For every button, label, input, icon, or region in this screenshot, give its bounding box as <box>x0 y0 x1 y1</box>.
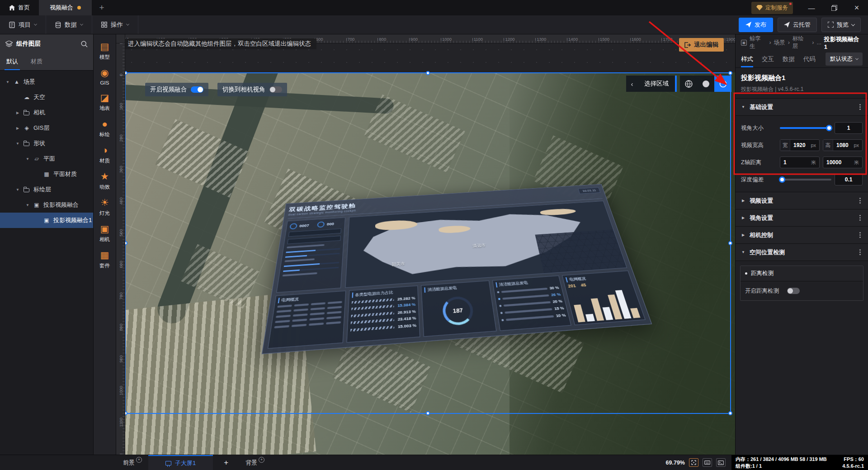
background-tab[interactable]: 背景 + <box>239 455 271 470</box>
console-button[interactable] <box>716 458 726 467</box>
tree-item-plot-layer[interactable]: ▼ 标绘层 <box>0 182 93 197</box>
collapse-arrow-icon[interactable]: ▼ <box>5 80 10 84</box>
tree-item-projection-1-selected[interactable]: ▣ 投影视频融合1 <box>0 213 93 228</box>
tree-item-plane[interactable]: ▼ ▱ 平面 <box>0 151 93 166</box>
tree-item-sky[interactable]: ☁ 天空 <box>0 90 93 105</box>
menu-operate[interactable]: 操作 <box>92 15 138 34</box>
scene-render[interactable]: 双碳战略监控驾驶舱 dual carbon strategic monitori… <box>125 72 735 455</box>
collapse-left-icon[interactable]: ‹ <box>626 80 638 88</box>
expand-arrow-icon[interactable]: ▶ <box>741 199 745 203</box>
layer-panel-title: 组件图层 <box>16 40 77 48</box>
foreground-tab[interactable]: 前景 + <box>117 455 148 470</box>
breadcrumb: ▣ 鲸孪生› 场景› 标绘层› ... 投影视频融合1 <box>736 34 868 51</box>
asset-gis[interactable]: ◉GIS <box>94 67 116 85</box>
tab-data[interactable]: 数据 <box>783 51 795 67</box>
fov-slider[interactable] <box>780 127 831 129</box>
collapse-arrow-icon[interactable]: ▼ <box>25 203 30 207</box>
sphere-tool-button[interactable] <box>697 76 714 92</box>
asset-terrain[interactable]: ◪地表 <box>94 92 116 112</box>
kebab-menu-icon[interactable] <box>859 234 861 236</box>
zoom-tool-button[interactable] <box>714 76 731 92</box>
tree-item-scene[interactable]: ▼ ▲ 场景 <box>0 74 93 90</box>
cloud-host-button[interactable]: 云托管 <box>778 18 817 32</box>
minimize-button[interactable]: — <box>800 0 823 15</box>
section-video-settings[interactable]: ▶ 视频设置 <box>736 192 868 209</box>
projection-icon: ▣ <box>43 217 50 223</box>
kebab-menu-icon[interactable] <box>859 106 861 108</box>
width-input[interactable]: 宽 1920 px <box>780 139 820 151</box>
camera-view-toggle[interactable]: 切换到相机视角 <box>217 83 287 96</box>
add-background-icon[interactable]: + <box>259 457 264 463</box>
zoom-level[interactable]: 69.79% <box>666 460 685 466</box>
tree-item-projection-group[interactable]: ▼ ▣ 投影视频融合 <box>0 197 93 213</box>
tree-item-gis-layer[interactable]: ▶ ◈ GIS层 <box>0 120 93 136</box>
fit-view-button[interactable] <box>689 458 698 467</box>
expand-arrow-icon[interactable]: ▶ <box>741 233 745 237</box>
menu-project-label: 项目 <box>19 21 31 29</box>
tree-item-camera[interactable]: ▶ 相机 <box>0 105 93 120</box>
section-basic-settings[interactable]: ▼ 基础设置 <box>736 99 868 116</box>
editor-canvas[interactable]: 0100200300400500600700800900100011001200… <box>116 34 735 455</box>
search-icon[interactable] <box>81 41 88 47</box>
viewport[interactable]: 双碳战略监控驾驶舱 dual carbon strategic monitori… <box>125 43 735 455</box>
close-button[interactable]: × <box>845 0 868 15</box>
menu-project[interactable]: 项目 <box>0 15 46 34</box>
asset-model[interactable]: ▤模型 <box>94 41 116 61</box>
sub-screen-tab-active[interactable]: 子大屏1 <box>148 455 213 470</box>
section-space-detection[interactable]: ▼ 空间位置检测 <box>736 244 868 261</box>
tab-interaction[interactable]: 交互 <box>762 51 774 67</box>
new-tab-button[interactable]: + <box>92 0 112 15</box>
z-near-input[interactable]: 1 米 <box>780 157 820 168</box>
distance-detection-toggle[interactable] <box>787 288 800 294</box>
kebab-menu-icon[interactable] <box>859 217 861 218</box>
preview-label: 预览 <box>837 21 849 29</box>
state-dropdown[interactable]: 默认状态 <box>826 52 863 66</box>
shortcut-keys-button[interactable] <box>703 458 712 467</box>
tab-code[interactable]: 代码 <box>803 51 816 67</box>
add-screen-button[interactable]: + <box>213 455 239 470</box>
collapse-arrow-icon[interactable]: ▼ <box>25 157 30 161</box>
toggle-off[interactable] <box>269 86 282 93</box>
expand-arrow-icon[interactable]: ▶ <box>15 126 20 130</box>
tab-style[interactable]: 样式 <box>741 51 753 67</box>
collapse-arrow-icon[interactable]: ▼ <box>15 142 20 146</box>
kebab-menu-icon[interactable] <box>859 200 861 201</box>
select-area-button[interactable]: 选择区域 <box>638 80 675 88</box>
collapse-arrow-icon[interactable]: ▼ <box>741 250 745 254</box>
exit-edit-button[interactable]: 退出编辑 <box>679 38 724 52</box>
expand-arrow-icon[interactable]: ▶ <box>15 111 20 115</box>
depth-bias-slider[interactable] <box>780 179 831 180</box>
asset-plot[interactable]: ●标绘 <box>94 118 116 138</box>
height-input[interactable]: 高 1080 px <box>823 139 863 151</box>
collapse-arrow-icon[interactable]: ▼ <box>15 188 20 192</box>
tree-item-plane-material[interactable]: ▦ 平面材质 <box>0 166 93 182</box>
video-fusion-toggle[interactable]: 开启视频融合 <box>145 83 208 96</box>
collapse-arrow-icon[interactable]: ▼ <box>741 105 745 109</box>
asset-camera[interactable]: ▣相机 <box>94 223 116 243</box>
custom-service-badge[interactable]: 定制服务 <box>751 2 793 14</box>
asset-kit[interactable]: ▦套件 <box>94 249 116 269</box>
tab-document[interactable]: 视频融合 <box>39 0 92 15</box>
add-foreground-icon[interactable]: + <box>136 457 142 463</box>
asset-effects[interactable]: ★动效 <box>94 171 116 190</box>
z-far-input[interactable]: 10000 米 <box>823 157 863 168</box>
globe-tool-button[interactable] <box>680 76 697 92</box>
expand-arrow-icon[interactable]: ▶ <box>741 216 745 220</box>
section-view-settings[interactable]: ▶ 视角设置 <box>736 209 868 227</box>
toggle-on[interactable] <box>191 86 203 93</box>
tree-item-shapes[interactable]: ▼ 形状 <box>0 136 93 151</box>
kebab-menu-icon[interactable] <box>859 252 861 253</box>
section-camera-control[interactable]: ▶ 相机控制 <box>736 227 868 244</box>
fov-value[interactable]: 1 <box>835 122 863 134</box>
tab-home[interactable]: 首页 <box>0 0 39 15</box>
material-sphere-icon: ◑ <box>99 144 111 156</box>
asset-light[interactable]: ☀灯光 <box>94 197 116 217</box>
publish-button[interactable]: 发布 <box>739 18 773 32</box>
depth-bias-value[interactable]: 0.1 <box>835 174 863 185</box>
preview-button[interactable]: 预览 <box>821 18 861 32</box>
menu-data[interactable]: 数据 <box>46 15 92 34</box>
tab-default[interactable]: 默认 <box>6 57 18 70</box>
tab-material[interactable]: 材质 <box>31 57 42 70</box>
maximize-button[interactable] <box>823 0 845 15</box>
asset-material[interactable]: ◑材质 <box>94 144 116 164</box>
